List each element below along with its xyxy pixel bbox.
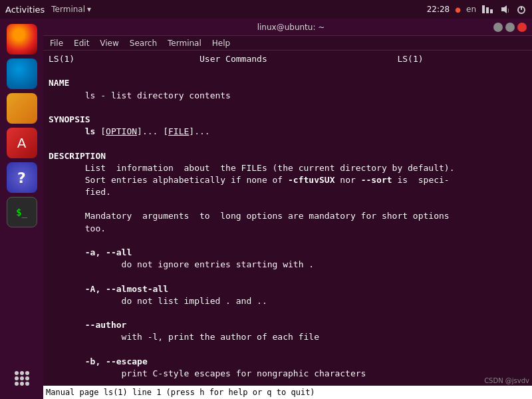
opt-b-flag: -b, --escape — [49, 356, 148, 366]
synopsis-option: OPTION — [106, 126, 137, 136]
svg-marker-12 — [501, 5, 507, 13]
synopsis-label: SYNOPSIS — [49, 114, 90, 124]
dock-help[interactable]: ? — [7, 162, 37, 193]
clock: 22:28 — [427, 5, 450, 14]
minimize-button[interactable] — [493, 23, 503, 32]
close-button[interactable] — [517, 23, 527, 32]
dock-files[interactable] — [7, 93, 37, 124]
svg-point-4 — [20, 376, 24, 380]
title-bar: linux@ubuntu: ~ — [43, 19, 532, 36]
activities-button[interactable]: Activities — [5, 5, 45, 15]
notification-dot: ● — [455, 6, 461, 13]
svg-point-1 — [20, 371, 24, 375]
name-text: ls - list directory contents — [49, 90, 231, 100]
opt-a-flag: -a, --all — [49, 247, 132, 257]
svg-point-8 — [25, 382, 29, 386]
dock-terminal[interactable]: $_ — [7, 197, 37, 227]
svg-point-2 — [25, 371, 29, 375]
terminal-menu-item[interactable]: Terminal ▾ — [51, 5, 91, 14]
svg-point-0 — [15, 371, 19, 375]
menu-search[interactable]: Search — [126, 37, 161, 49]
menu-terminal[interactable]: Terminal — [164, 37, 205, 49]
volume-icon: ) — [500, 5, 511, 14]
svg-rect-11 — [490, 9, 493, 13]
man-page-content: LS(1) User Commands LS(1) NAME ls - list… — [49, 53, 527, 380]
desc5: Mandatory arguments to long options are … — [49, 211, 450, 221]
window-controls — [493, 23, 527, 32]
opt-author-desc: with -l, print the author of each file — [49, 332, 319, 342]
menu-bar: File Edit View Search Terminal Help — [43, 36, 532, 51]
status-text: Manual page ls(1) line 1 (press h for he… — [46, 388, 315, 397]
network-icon — [481, 5, 495, 14]
lang-indicator: en — [466, 5, 476, 14]
svg-rect-10 — [486, 7, 489, 13]
svg-text:): ) — [507, 8, 509, 13]
left-dock: A ? $_ — [0, 19, 43, 399]
dock-apps[interactable] — [7, 363, 37, 394]
header-left: LS(1) — [49, 54, 74, 64]
dock-software[interactable]: A — [7, 128, 37, 158]
menu-edit[interactable]: Edit — [70, 37, 93, 49]
svg-rect-9 — [482, 5, 485, 13]
opt-author-flag: --author — [49, 320, 126, 330]
status-bar: Manual page ls(1) line 1 (press h for he… — [43, 386, 532, 399]
opt-b-desc: print C-style escapes for nongraphic cha… — [49, 368, 366, 378]
opt-A-desc: do not list implied . and .. — [49, 296, 267, 306]
maximize-button[interactable] — [505, 23, 515, 32]
description-label: DESCRIPTION — [49, 151, 106, 161]
desc3: fied. — [49, 187, 111, 197]
menu-help[interactable]: Help — [208, 37, 234, 49]
opt-A-flag: -A, --almost-all — [49, 284, 168, 294]
desc2: Sort entries alphabetically if none of -… — [49, 175, 450, 185]
header-center: User Commands — [200, 54, 267, 64]
svg-point-7 — [20, 382, 24, 386]
svg-point-5 — [25, 376, 29, 380]
watermark: CSDN @jsvdv — [484, 377, 529, 384]
system-bar: Activities Terminal ▾ 22:28 ● en ) — [0, 0, 532, 19]
dock-firefox[interactable] — [7, 24, 37, 55]
terminal-menu-arrow: ▾ — [87, 5, 91, 14]
terminal-content[interactable]: LS(1) User Commands LS(1) NAME ls - list… — [43, 51, 532, 386]
menu-view[interactable]: View — [96, 37, 122, 49]
window-title: linux@ubuntu: ~ — [88, 23, 493, 32]
desc1: List information about the FILEs (the cu… — [49, 163, 454, 173]
desc6: too. — [49, 223, 106, 233]
system-bar-right: 22:28 ● en ) — [427, 5, 527, 14]
system-bar-left: Activities Terminal ▾ — [5, 5, 91, 15]
opt-a-desc: do not ignore entries starting with . — [49, 259, 314, 269]
svg-point-3 — [15, 376, 19, 380]
svg-point-6 — [15, 382, 19, 386]
header-right: LS(1) — [397, 54, 423, 64]
menu-file[interactable]: File — [46, 37, 67, 49]
name-label: NAME — [49, 78, 69, 88]
dock-thunderbird[interactable] — [7, 59, 37, 89]
synopsis-ls: ls — [85, 126, 96, 136]
terminal-menu-label: Terminal — [51, 5, 85, 14]
power-icon — [516, 5, 527, 14]
synopsis-file: FILE — [168, 126, 189, 136]
terminal-window: linux@ubuntu: ~ File Edit View Search Te… — [43, 19, 532, 399]
